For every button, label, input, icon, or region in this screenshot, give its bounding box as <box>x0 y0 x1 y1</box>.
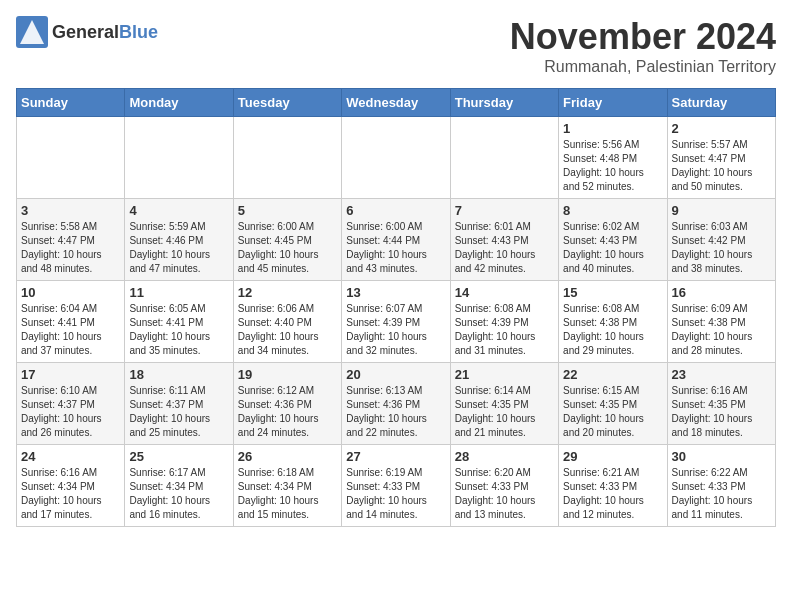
sunset-text: Sunset: 4:36 PM <box>238 399 312 410</box>
day-number: 13 <box>346 285 445 300</box>
sunrise-text: Sunrise: 6:00 AM <box>346 221 422 232</box>
day-info: Sunrise: 6:15 AM Sunset: 4:35 PM Dayligh… <box>563 384 662 440</box>
day-info: Sunrise: 5:57 AM Sunset: 4:47 PM Dayligh… <box>672 138 771 194</box>
day-info: Sunrise: 5:58 AM Sunset: 4:47 PM Dayligh… <box>21 220 120 276</box>
daylight-text: Daylight: 10 hours and 47 minutes. <box>129 249 210 274</box>
daylight-text: Daylight: 10 hours and 21 minutes. <box>455 413 536 438</box>
day-info: Sunrise: 6:22 AM Sunset: 4:33 PM Dayligh… <box>672 466 771 522</box>
sunrise-text: Sunrise: 6:14 AM <box>455 385 531 396</box>
calendar-header-row: SundayMondayTuesdayWednesdayThursdayFrid… <box>17 89 776 117</box>
sunset-text: Sunset: 4:41 PM <box>21 317 95 328</box>
daylight-text: Daylight: 10 hours and 35 minutes. <box>129 331 210 356</box>
day-number: 9 <box>672 203 771 218</box>
daylight-text: Daylight: 10 hours and 14 minutes. <box>346 495 427 520</box>
sunset-text: Sunset: 4:43 PM <box>455 235 529 246</box>
daylight-text: Daylight: 10 hours and 29 minutes. <box>563 331 644 356</box>
daylight-text: Daylight: 10 hours and 25 minutes. <box>129 413 210 438</box>
sunset-text: Sunset: 4:35 PM <box>563 399 637 410</box>
day-info: Sunrise: 6:21 AM Sunset: 4:33 PM Dayligh… <box>563 466 662 522</box>
sunrise-text: Sunrise: 6:13 AM <box>346 385 422 396</box>
day-info: Sunrise: 6:04 AM Sunset: 4:41 PM Dayligh… <box>21 302 120 358</box>
day-info: Sunrise: 5:56 AM Sunset: 4:48 PM Dayligh… <box>563 138 662 194</box>
weekday-header: Thursday <box>450 89 558 117</box>
weekday-header: Tuesday <box>233 89 341 117</box>
day-info: Sunrise: 6:07 AM Sunset: 4:39 PM Dayligh… <box>346 302 445 358</box>
sunrise-text: Sunrise: 6:08 AM <box>455 303 531 314</box>
calendar-day-cell: 16 Sunrise: 6:09 AM Sunset: 4:38 PM Dayl… <box>667 281 775 363</box>
sunrise-text: Sunrise: 6:16 AM <box>672 385 748 396</box>
sunrise-text: Sunrise: 6:04 AM <box>21 303 97 314</box>
daylight-text: Daylight: 10 hours and 45 minutes. <box>238 249 319 274</box>
sunrise-text: Sunrise: 6:00 AM <box>238 221 314 232</box>
calendar-day-cell: 23 Sunrise: 6:16 AM Sunset: 4:35 PM Dayl… <box>667 363 775 445</box>
calendar-day-cell: 17 Sunrise: 6:10 AM Sunset: 4:37 PM Dayl… <box>17 363 125 445</box>
logo-text: GeneralBlue <box>52 22 158 43</box>
sunset-text: Sunset: 4:33 PM <box>672 481 746 492</box>
day-info: Sunrise: 6:19 AM Sunset: 4:33 PM Dayligh… <box>346 466 445 522</box>
weekday-header: Saturday <box>667 89 775 117</box>
sunset-text: Sunset: 4:42 PM <box>672 235 746 246</box>
weekday-header: Friday <box>559 89 667 117</box>
sunset-text: Sunset: 4:37 PM <box>21 399 95 410</box>
daylight-text: Daylight: 10 hours and 11 minutes. <box>672 495 753 520</box>
daylight-text: Daylight: 10 hours and 17 minutes. <box>21 495 102 520</box>
day-info: Sunrise: 6:00 AM Sunset: 4:45 PM Dayligh… <box>238 220 337 276</box>
weekday-header: Wednesday <box>342 89 450 117</box>
calendar-day-cell <box>342 117 450 199</box>
daylight-text: Daylight: 10 hours and 37 minutes. <box>21 331 102 356</box>
day-number: 6 <box>346 203 445 218</box>
day-number: 12 <box>238 285 337 300</box>
calendar-day-cell <box>450 117 558 199</box>
calendar-day-cell: 27 Sunrise: 6:19 AM Sunset: 4:33 PM Dayl… <box>342 445 450 527</box>
sunrise-text: Sunrise: 6:19 AM <box>346 467 422 478</box>
calendar-day-cell: 29 Sunrise: 6:21 AM Sunset: 4:33 PM Dayl… <box>559 445 667 527</box>
calendar-day-cell: 18 Sunrise: 6:11 AM Sunset: 4:37 PM Dayl… <box>125 363 233 445</box>
sunrise-text: Sunrise: 6:22 AM <box>672 467 748 478</box>
calendar-day-cell: 30 Sunrise: 6:22 AM Sunset: 4:33 PM Dayl… <box>667 445 775 527</box>
calendar-day-cell: 24 Sunrise: 6:16 AM Sunset: 4:34 PM Dayl… <box>17 445 125 527</box>
sunset-text: Sunset: 4:46 PM <box>129 235 203 246</box>
day-info: Sunrise: 6:16 AM Sunset: 4:35 PM Dayligh… <box>672 384 771 440</box>
calendar-day-cell: 7 Sunrise: 6:01 AM Sunset: 4:43 PM Dayli… <box>450 199 558 281</box>
sunset-text: Sunset: 4:33 PM <box>455 481 529 492</box>
sunrise-text: Sunrise: 6:09 AM <box>672 303 748 314</box>
day-number: 20 <box>346 367 445 382</box>
day-number: 24 <box>21 449 120 464</box>
sunset-text: Sunset: 4:33 PM <box>563 481 637 492</box>
daylight-text: Daylight: 10 hours and 31 minutes. <box>455 331 536 356</box>
calendar-day-cell: 5 Sunrise: 6:00 AM Sunset: 4:45 PM Dayli… <box>233 199 341 281</box>
day-info: Sunrise: 6:03 AM Sunset: 4:42 PM Dayligh… <box>672 220 771 276</box>
day-number: 17 <box>21 367 120 382</box>
sunset-text: Sunset: 4:33 PM <box>346 481 420 492</box>
calendar-day-cell <box>125 117 233 199</box>
sunrise-text: Sunrise: 6:15 AM <box>563 385 639 396</box>
sunrise-text: Sunrise: 6:06 AM <box>238 303 314 314</box>
day-info: Sunrise: 6:05 AM Sunset: 4:41 PM Dayligh… <box>129 302 228 358</box>
day-number: 11 <box>129 285 228 300</box>
day-info: Sunrise: 6:20 AM Sunset: 4:33 PM Dayligh… <box>455 466 554 522</box>
day-number: 28 <box>455 449 554 464</box>
page-header: GeneralBlue November 2024 Rummanah, Pale… <box>16 16 776 76</box>
daylight-text: Daylight: 10 hours and 13 minutes. <box>455 495 536 520</box>
daylight-text: Daylight: 10 hours and 34 minutes. <box>238 331 319 356</box>
sunrise-text: Sunrise: 6:11 AM <box>129 385 205 396</box>
day-info: Sunrise: 6:08 AM Sunset: 4:38 PM Dayligh… <box>563 302 662 358</box>
day-number: 23 <box>672 367 771 382</box>
calendar-day-cell: 11 Sunrise: 6:05 AM Sunset: 4:41 PM Dayl… <box>125 281 233 363</box>
day-info: Sunrise: 6:16 AM Sunset: 4:34 PM Dayligh… <box>21 466 120 522</box>
calendar-day-cell <box>17 117 125 199</box>
day-number: 27 <box>346 449 445 464</box>
day-info: Sunrise: 6:06 AM Sunset: 4:40 PM Dayligh… <box>238 302 337 358</box>
daylight-text: Daylight: 10 hours and 24 minutes. <box>238 413 319 438</box>
sunset-text: Sunset: 4:45 PM <box>238 235 312 246</box>
day-info: Sunrise: 6:17 AM Sunset: 4:34 PM Dayligh… <box>129 466 228 522</box>
calendar-day-cell: 9 Sunrise: 6:03 AM Sunset: 4:42 PM Dayli… <box>667 199 775 281</box>
day-number: 2 <box>672 121 771 136</box>
sunrise-text: Sunrise: 5:58 AM <box>21 221 97 232</box>
sunset-text: Sunset: 4:36 PM <box>346 399 420 410</box>
calendar-day-cell: 4 Sunrise: 5:59 AM Sunset: 4:46 PM Dayli… <box>125 199 233 281</box>
sunrise-text: Sunrise: 6:18 AM <box>238 467 314 478</box>
calendar-week-row: 17 Sunrise: 6:10 AM Sunset: 4:37 PM Dayl… <box>17 363 776 445</box>
daylight-text: Daylight: 10 hours and 42 minutes. <box>455 249 536 274</box>
sunset-text: Sunset: 4:35 PM <box>455 399 529 410</box>
